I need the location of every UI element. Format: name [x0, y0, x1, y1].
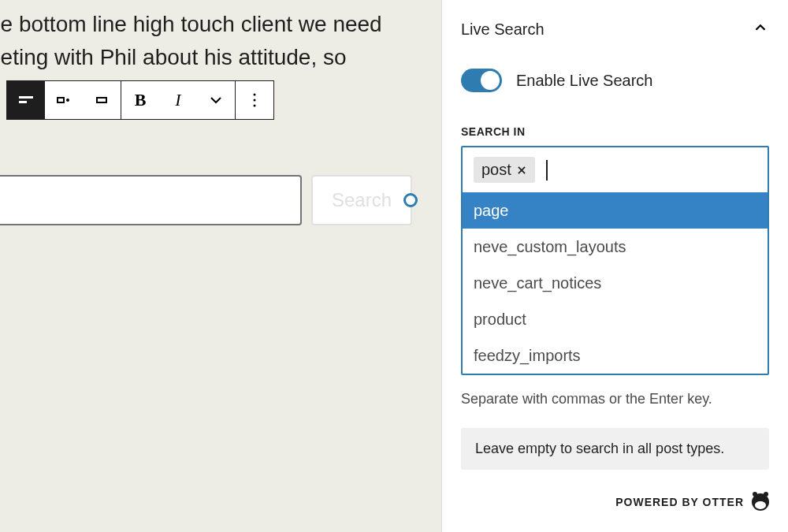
suggestion-page[interactable]: page	[463, 192, 768, 229]
paragraph-block[interactable]: he bottom line high touch client we need…	[0, 0, 441, 74]
paragraph-line: he bottom line high touch client we need	[0, 8, 441, 41]
suggestion-product[interactable]: product	[463, 301, 768, 337]
svg-point-3	[67, 99, 69, 101]
panel-title: Live Search	[461, 20, 545, 39]
block-type-button[interactable]	[7, 81, 45, 119]
suggestions-list: page neve_custom_layouts neve_cart_notic…	[463, 192, 768, 374]
resize-handle[interactable]	[403, 193, 418, 207]
enable-live-search-toggle[interactable]	[461, 69, 502, 92]
bold-icon: B	[135, 90, 147, 110]
search-in-field[interactable]: post page neve_custom_layouts neve_cart_…	[461, 146, 769, 375]
suggestion-neve-custom-layouts[interactable]: neve_custom_layouts	[463, 229, 768, 265]
info-box: Leave empty to search in all post types.	[461, 428, 769, 470]
settings-sidebar: Live Search Enable Live Search SEARCH IN…	[441, 0, 788, 532]
token-post: post	[474, 157, 535, 183]
svg-point-7	[254, 105, 256, 107]
toggle-knob	[481, 71, 500, 90]
align-button[interactable]	[45, 81, 83, 119]
svg-rect-4	[97, 98, 106, 102]
close-icon	[516, 165, 527, 176]
otter-icon	[752, 493, 769, 511]
token-input-area[interactable]: post	[463, 147, 768, 192]
search-button[interactable]: Search	[311, 175, 412, 225]
powered-by-label: POWERED BY OTTER	[615, 496, 744, 508]
svg-point-5	[254, 94, 256, 96]
panel-header[interactable]: Live Search	[461, 19, 769, 40]
toggle-label: Enable Live Search	[516, 72, 652, 90]
italic-button[interactable]: I	[159, 81, 197, 119]
svg-rect-1	[19, 101, 27, 103]
chevron-down-icon	[206, 91, 225, 110]
search-in-label: SEARCH IN	[461, 125, 769, 138]
more-formatting-button[interactable]	[197, 81, 235, 119]
options-button[interactable]	[236, 81, 273, 119]
powered-by: POWERED BY OTTER	[461, 493, 769, 511]
editor-canvas: he bottom line high touch client we need…	[0, 0, 441, 532]
help-text: Separate with commas or the Enter key.	[461, 391, 769, 407]
block-toolbar: B I	[6, 80, 274, 120]
move-button[interactable]	[83, 81, 121, 119]
svg-rect-0	[19, 96, 33, 99]
suggestion-neve-cart-notices[interactable]: neve_cart_notices	[463, 265, 768, 301]
svg-point-6	[254, 99, 256, 102]
search-block[interactable]: Search	[0, 175, 441, 225]
kebab-icon	[245, 91, 264, 110]
suggestion-feedzy-imports[interactable]: feedzy_imports	[463, 337, 768, 374]
search-input[interactable]	[0, 175, 302, 225]
enable-live-search-row: Enable Live Search	[461, 69, 769, 92]
paragraph-line: eeting with Phil about his attitude, so	[0, 41, 441, 74]
chevron-up-icon[interactable]	[752, 19, 769, 40]
text-cursor	[546, 160, 548, 180]
token-label: post	[481, 161, 511, 179]
token-remove-button[interactable]	[516, 165, 527, 176]
bold-button[interactable]: B	[121, 81, 159, 119]
svg-rect-2	[58, 98, 64, 102]
italic-icon: I	[175, 90, 180, 110]
